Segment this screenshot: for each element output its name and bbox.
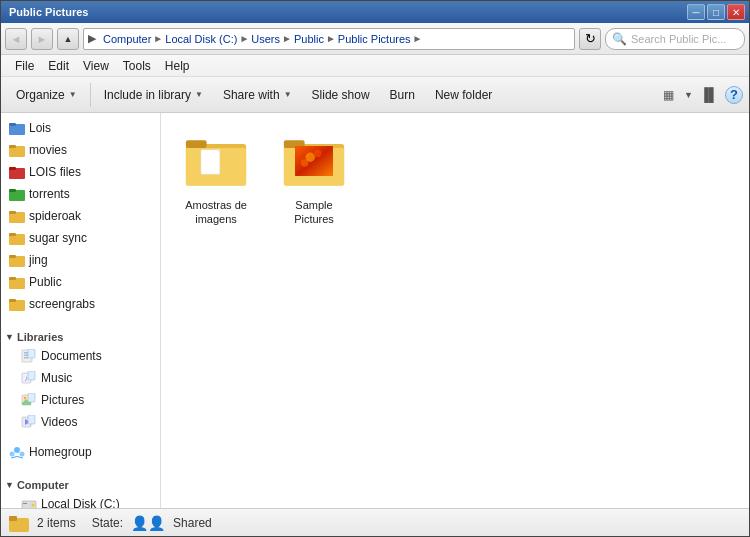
folder-sample-pictures-icon <box>282 130 346 194</box>
svg-rect-9 <box>9 211 16 214</box>
svg-rect-46 <box>201 150 220 174</box>
breadcrumb-public[interactable]: Public <box>294 33 324 45</box>
search-placeholder: Search Public Pic... <box>631 33 726 45</box>
minimize-button[interactable]: ─ <box>687 4 705 20</box>
sidebar-item-lois[interactable]: Lois <box>1 117 160 139</box>
sidebar-item-public[interactable]: Public <box>1 271 160 293</box>
svg-point-55 <box>301 159 309 167</box>
sidebar-item-local-disk-c[interactable]: Local Disk (C:) <box>1 493 160 508</box>
main-content: Lois movies LOIS files torrents <box>1 113 749 508</box>
folder-red-icon <box>9 164 25 180</box>
folder-sample-pictures-label: Sample Pictures <box>274 198 354 227</box>
svg-rect-44 <box>186 140 207 148</box>
toolbar-right: ▦ ▼ ▐▌ ? <box>656 83 743 107</box>
sidebar-divider-3 <box>1 463 160 471</box>
details-pane-button[interactable]: ▐▌ <box>697 83 721 107</box>
sidebar-item-jing[interactable]: jing <box>1 249 160 271</box>
computer-header: ▼ Computer <box>1 471 160 493</box>
svg-point-33 <box>10 452 15 457</box>
statusbar: 2 items State: 👤👤 Shared <box>1 508 749 536</box>
svg-rect-21 <box>24 357 28 359</box>
help-button[interactable]: ? <box>725 86 743 104</box>
pictures-icon <box>21 392 37 408</box>
sidebar-torrents-label: torrents <box>29 187 70 201</box>
breadcrumb-local-disk[interactable]: Local Disk (C:) <box>165 33 237 45</box>
svg-point-37 <box>32 504 35 507</box>
sidebar-lois-label: Lois <box>29 121 51 135</box>
sidebar-item-movies[interactable]: movies <box>1 139 160 161</box>
forward-button[interactable]: ► <box>31 28 53 50</box>
svg-point-54 <box>314 150 322 158</box>
breadcrumb-computer[interactable]: Computer <box>103 33 151 45</box>
svg-rect-36 <box>23 503 27 504</box>
window: Public Pictures ─ □ ✕ ◄ ► ▲ ▶ Computer ►… <box>0 0 750 537</box>
window-title: Public Pictures <box>9 6 88 18</box>
sidebar-item-screengrabs[interactable]: screengrabs <box>1 293 160 315</box>
svg-rect-25 <box>28 371 35 380</box>
sidebar-local-disk-label: Local Disk (C:) <box>41 497 120 508</box>
view-toggle-button[interactable]: ▦ <box>656 83 680 107</box>
navbar: ◄ ► ▲ ▶ Computer ► Local Disk (C:) ► Use… <box>1 23 749 55</box>
folder-amostras-label: Amostras de imagens <box>176 198 256 227</box>
sidebar-item-spideroak[interactable]: spideroak <box>1 205 160 227</box>
sidebar-divider-1 <box>1 315 160 323</box>
folder-icon-public <box>9 274 25 290</box>
menu-help[interactable]: Help <box>159 57 196 75</box>
sidebar-item-sugarsync[interactable]: sugar sync <box>1 227 160 249</box>
search-box[interactable]: 🔍 Search Public Pic... <box>605 28 745 50</box>
slideshow-button[interactable]: Slide show <box>303 81 379 109</box>
new-folder-button[interactable]: New folder <box>426 81 501 109</box>
libraries-label: Libraries <box>17 331 63 343</box>
include-in-library-button[interactable]: Include in library ▼ <box>95 81 212 109</box>
breadcrumb-public-pictures[interactable]: Public Pictures <box>338 33 411 45</box>
sidebar-music-label: Music <box>41 371 72 385</box>
sidebar-item-torrents[interactable]: torrents <box>1 183 160 205</box>
computer-collapse[interactable]: ▼ <box>5 480 14 490</box>
sidebar-item-videos[interactable]: Videos <box>1 411 160 433</box>
sidebar-item-lois-files[interactable]: LOIS files <box>1 161 160 183</box>
up-button[interactable]: ▲ <box>57 28 79 50</box>
refresh-button[interactable]: ↻ <box>579 28 601 50</box>
menu-view[interactable]: View <box>77 57 115 75</box>
organize-arrow: ▼ <box>69 90 77 99</box>
organize-button[interactable]: Organize ▼ <box>7 81 86 109</box>
toolbar: Organize ▼ Include in library ▼ Share wi… <box>1 77 749 113</box>
back-button[interactable]: ◄ <box>5 28 27 50</box>
sidebar-divider-2 <box>1 433 160 441</box>
libraries-collapse[interactable]: ▼ <box>5 332 14 342</box>
view-arrow[interactable]: ▼ <box>684 90 693 100</box>
svg-text:♪: ♪ <box>24 374 28 383</box>
sidebar-pictures-label: Pictures <box>41 393 84 407</box>
close-button[interactable]: ✕ <box>727 4 745 20</box>
homegroup-icon <box>9 444 25 460</box>
folder-icon-sugarsync <box>9 230 25 246</box>
folder-amostras[interactable]: Amostras de imagens <box>171 123 261 234</box>
maximize-button[interactable]: □ <box>707 4 725 20</box>
folder-sample-pictures[interactable]: Sample Pictures <box>269 123 359 234</box>
sidebar-item-homegroup[interactable]: Homegroup <box>1 441 160 463</box>
statusbar-folder-icon <box>9 514 29 532</box>
folder-yellow-icon <box>9 142 25 158</box>
svg-rect-5 <box>9 167 16 170</box>
shared-icon: 👤👤 <box>131 515 165 531</box>
share-with-button[interactable]: Share with ▼ <box>214 81 301 109</box>
sidebar-public-label: Public <box>29 275 62 289</box>
menu-tools[interactable]: Tools <box>117 57 157 75</box>
documents-icon <box>21 348 37 364</box>
sidebar-screengrabs-label: screengrabs <box>29 297 95 311</box>
menu-file[interactable]: File <box>9 57 40 75</box>
libraries-header: ▼ Libraries <box>1 323 160 345</box>
sidebar-item-pictures[interactable]: Pictures <box>1 389 160 411</box>
content-pane[interactable]: Amostras de imagens <box>161 113 749 508</box>
sidebar-item-music[interactable]: ♪ Music <box>1 367 160 389</box>
include-arrow: ▼ <box>195 90 203 99</box>
breadcrumb-users[interactable]: Users <box>251 33 280 45</box>
sidebar-item-documents[interactable]: Documents <box>1 345 160 367</box>
breadcrumb-part: ▶ <box>88 32 96 45</box>
sidebar-jing-label: jing <box>29 253 48 267</box>
burn-button[interactable]: Burn <box>381 81 424 109</box>
sidebar-movies-label: movies <box>29 143 67 157</box>
address-bar[interactable]: ▶ Computer ► Local Disk (C:) ► Users ► P… <box>83 28 575 50</box>
computer-label: Computer <box>17 479 69 491</box>
menu-edit[interactable]: Edit <box>42 57 75 75</box>
